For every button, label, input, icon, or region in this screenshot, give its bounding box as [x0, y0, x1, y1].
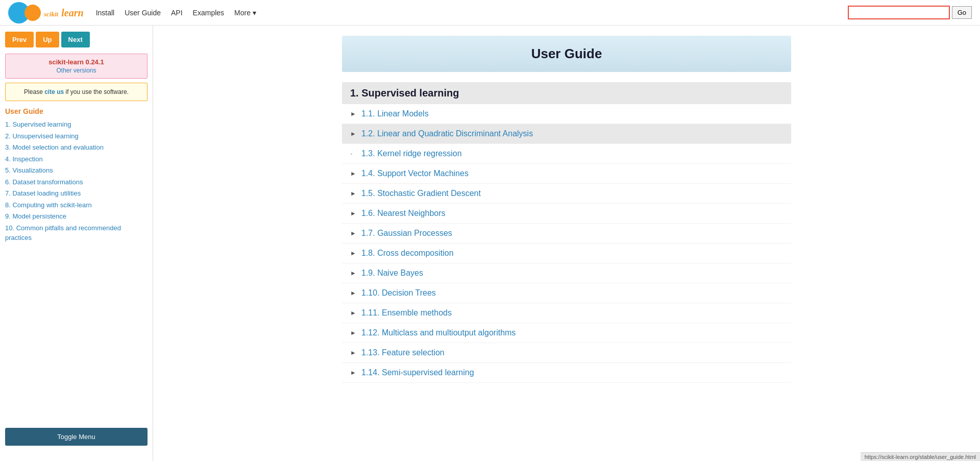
cite-text-after: if you use the software.: [64, 88, 129, 95]
sidebar-nav-item[interactable]: 4. Inspection: [5, 154, 148, 164]
version-title: scikit-learn 0.24.1: [10, 58, 143, 66]
sidebar-nav-item[interactable]: 5. Visualizations: [5, 165, 148, 176]
toc-arrow-icon: ►: [350, 110, 356, 117]
sidebar-nav-item[interactable]: 2. Unsupervised learning: [5, 131, 148, 141]
page-layout: Prev Up Next scikit-learn 0.24.1 Other v…: [0, 26, 980, 461]
toc-arrow-icon: ►: [350, 190, 356, 197]
cite-box: Please cite us if you use the software.: [5, 83, 148, 101]
cite-text-before: Please: [24, 88, 44, 95]
search-input[interactable]: [848, 6, 950, 19]
nav-user-guide[interactable]: User Guide: [125, 9, 161, 17]
toc-link[interactable]: 1.14. Semi-supervised learning: [361, 368, 474, 377]
logo-circle-orange: [24, 5, 41, 21]
prev-button[interactable]: Prev: [5, 32, 34, 47]
navbar: scikit learn Install User Guide API Exam…: [0, 0, 980, 26]
toc-item[interactable]: ►1.9. Naive Bayes: [342, 263, 791, 283]
toc-arrow-icon: ►: [350, 369, 356, 376]
main-content: User Guide 1. Supervised learning ►1.1. …: [153, 26, 980, 461]
sidebar-nav-list: 1. Supervised learning 2. Unsupervised l…: [5, 119, 148, 243]
toc-arrow-icon: ►: [350, 210, 356, 217]
content-inner: User Guide 1. Supervised learning ►1.1. …: [322, 26, 812, 393]
toc-item[interactable]: ►1.14. Semi-supervised learning: [342, 363, 791, 383]
toc-link[interactable]: 1.3. Kernel ridge regression: [361, 149, 462, 158]
cite-link[interactable]: cite us: [44, 88, 64, 95]
sidebar-link-7[interactable]: 7. Dataset loading utilities: [5, 189, 81, 197]
toc-link[interactable]: 1.9. Naive Bayes: [361, 269, 423, 278]
toc-link[interactable]: 1.4. Support Vector Machines: [361, 169, 469, 178]
sidebar-link-5[interactable]: 5. Visualizations: [5, 166, 53, 174]
sidebar-link-4[interactable]: 4. Inspection: [5, 155, 43, 163]
toc-link[interactable]: 1.6. Nearest Neighbors: [361, 209, 446, 218]
toc-link[interactable]: 1.1. Linear Models: [361, 109, 429, 118]
sidebar-nav-item[interactable]: 3. Model selection and evaluation: [5, 142, 148, 153]
toc-item[interactable]: ►1.7. Gaussian Processes: [342, 224, 791, 244]
sidebar-nav: User Guide 1. Supervised learning 2. Uns…: [0, 107, 153, 245]
toc-item[interactable]: ►1.13. Feature selection: [342, 343, 791, 363]
logo[interactable]: scikit learn: [8, 2, 84, 23]
sidebar-nav-title: User Guide: [5, 107, 148, 115]
search-area: Go: [848, 6, 972, 19]
toc-arrow-icon: ►: [350, 130, 356, 137]
navbar-links: Install User Guide API Examples More ▾: [96, 9, 848, 17]
next-button[interactable]: Next: [61, 32, 90, 47]
sidebar-nav-item[interactable]: 7. Dataset loading utilities: [5, 188, 148, 199]
status-bar: https://scikit-learn.org/stable/user_gui…: [861, 452, 980, 461]
toc-item[interactable]: ►1.8. Cross decomposition: [342, 244, 791, 263]
toc-item[interactable]: ►1.10. Decision Trees: [342, 283, 791, 303]
sidebar-nav-item[interactable]: 8. Computing with scikit-learn: [5, 200, 148, 210]
toc-arrow-icon: ►: [350, 309, 356, 317]
toc-item[interactable]: ►1.12. Multiclass and multioutput algori…: [342, 323, 791, 343]
other-versions-link[interactable]: Other versions: [56, 67, 96, 74]
status-url: https://scikit-learn.org/stable/user_gui…: [865, 454, 976, 460]
sidebar-nav-item[interactable]: 1. Supervised learning: [5, 119, 148, 130]
sidebar-link-8[interactable]: 8. Computing with scikit-learn: [5, 201, 92, 209]
toc-link[interactable]: 1.2. Linear and Quadratic Discriminant A…: [361, 129, 533, 138]
toc-arrow-icon: ►: [350, 170, 356, 177]
nav-examples[interactable]: Examples: [193, 9, 224, 17]
toc-link[interactable]: 1.12. Multiclass and multioutput algorit…: [361, 328, 516, 337]
nav-api[interactable]: API: [171, 9, 183, 17]
section-title: 1. Supervised learning: [350, 87, 783, 99]
sidebar-link-1[interactable]: 1. Supervised learning: [5, 120, 71, 128]
toc-arrow-icon: ►: [350, 270, 356, 277]
toc-arrow-icon: ►: [350, 230, 356, 237]
toc-item[interactable]: ►1.2. Linear and Quadratic Discriminant …: [342, 124, 791, 144]
toc-item[interactable]: ►1.11. Ensemble methods: [342, 303, 791, 323]
toc-link[interactable]: 1.8. Cross decomposition: [361, 249, 454, 258]
logo-text: scikit learn: [44, 6, 84, 19]
sidebar-link-2[interactable]: 2. Unsupervised learning: [5, 132, 79, 140]
toggle-menu-button[interactable]: Toggle Menu: [5, 428, 148, 446]
toc-link[interactable]: 1.11. Ensemble methods: [361, 308, 452, 318]
sidebar-link-10[interactable]: 10. Common pitfalls and recommended prac…: [5, 224, 121, 242]
version-box: scikit-learn 0.24.1 Other versions: [5, 54, 148, 79]
toc-arrow-icon: ►: [350, 289, 356, 297]
sidebar-nav-item[interactable]: 6. Dataset transformations: [5, 177, 148, 187]
nav-install[interactable]: Install: [96, 9, 115, 17]
toc-arrow-icon: ►: [350, 329, 356, 336]
sidebar-link-6[interactable]: 6. Dataset transformations: [5, 178, 83, 186]
toc-arrow-icon: -: [350, 150, 356, 158]
sidebar-nav-item[interactable]: 10. Common pitfalls and recommended prac…: [5, 223, 148, 243]
section-heading: 1. Supervised learning: [342, 82, 791, 104]
toc-arrow-icon: ►: [350, 349, 356, 356]
page-title: User Guide: [352, 46, 781, 62]
sidebar: Prev Up Next scikit-learn 0.24.1 Other v…: [0, 26, 153, 461]
toc-item[interactable]: ►1.6. Nearest Neighbors: [342, 204, 791, 224]
up-button[interactable]: Up: [36, 32, 59, 47]
toc-item[interactable]: -1.3. Kernel ridge regression: [342, 144, 791, 164]
toc-link[interactable]: 1.10. Decision Trees: [361, 288, 436, 298]
search-go-button[interactable]: Go: [952, 6, 972, 19]
toc-link[interactable]: 1.5. Stochastic Gradient Descent: [361, 189, 481, 198]
toc-list: ►1.1. Linear Models►1.2. Linear and Quad…: [342, 104, 791, 383]
toc-link[interactable]: 1.7. Gaussian Processes: [361, 229, 452, 238]
sidebar-link-3[interactable]: 3. Model selection and evaluation: [5, 143, 104, 151]
sidebar-link-9[interactable]: 9. Model persistence: [5, 212, 66, 220]
toc-arrow-icon: ►: [350, 250, 356, 257]
sidebar-nav-item[interactable]: 9. Model persistence: [5, 211, 148, 222]
toc-item[interactable]: ►1.1. Linear Models: [342, 104, 791, 124]
more-dropdown-button[interactable]: More ▾: [234, 9, 256, 17]
toc-item[interactable]: ►1.5. Stochastic Gradient Descent: [342, 184, 791, 204]
toc-item[interactable]: ►1.4. Support Vector Machines: [342, 164, 791, 184]
toc-link[interactable]: 1.13. Feature selection: [361, 348, 445, 357]
nav-buttons: Prev Up Next: [0, 26, 153, 54]
